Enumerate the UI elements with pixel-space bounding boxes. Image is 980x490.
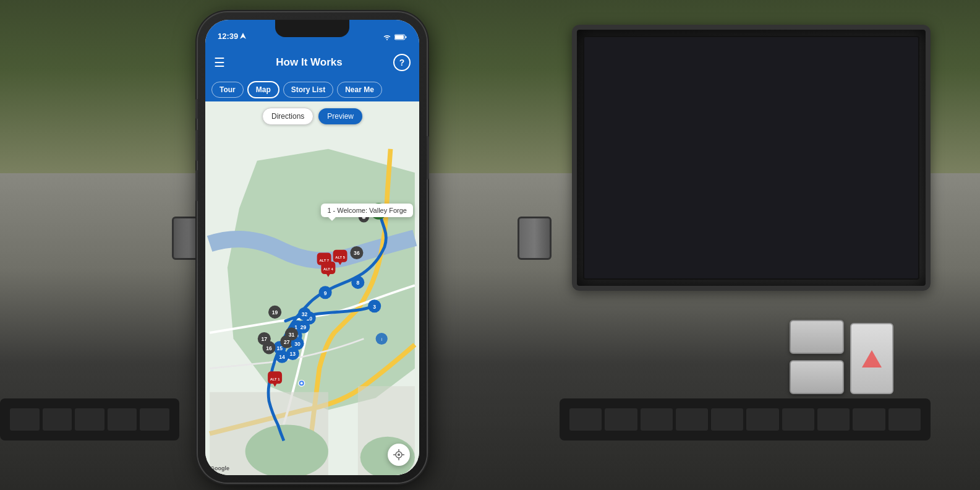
svg-marker-0: [240, 33, 246, 39]
phone-body: 12:39: [198, 12, 427, 483]
tab-tour[interactable]: Tour: [211, 82, 244, 98]
tab-near-me[interactable]: Near Me: [337, 82, 382, 98]
help-button[interactable]: ?: [393, 54, 411, 71]
phone-screen: 12:39: [205, 20, 419, 475]
crosshair-icon: [393, 449, 404, 460]
tab-story-list[interactable]: Story List: [283, 82, 333, 98]
svg-text:ALT 5: ALT 5: [335, 256, 345, 259]
phone-button-power: [427, 136, 429, 179]
map-svg: START 3 8 9 10 11 13 14: [205, 101, 419, 475]
svg-text:27: 27: [284, 339, 290, 345]
svg-text:8: 8: [356, 280, 359, 286]
map-area[interactable]: START 3 8 9 10 11 13 14: [205, 101, 419, 475]
svg-text:16: 16: [266, 345, 272, 351]
svg-point-57: [300, 382, 303, 384]
svg-text:14: 14: [279, 354, 285, 360]
map-callout: 1 - Welcome: Valley Forge: [321, 204, 413, 217]
location-arrow-icon: [240, 33, 246, 39]
svg-text:36: 36: [354, 250, 360, 256]
svg-point-59: [398, 453, 400, 456]
page-title: How It Works: [276, 56, 342, 69]
svg-text:31: 31: [289, 332, 295, 338]
hazard-button[interactable]: [850, 323, 893, 394]
air-vent-right: [560, 398, 931, 441]
hazard-triangle-icon: [862, 350, 882, 368]
tab-bar: Tour Map Story List Near Me: [205, 78, 419, 101]
mount-clip-right: [518, 217, 552, 260]
svg-text:19: 19: [272, 309, 278, 316]
air-vent-left: [0, 398, 179, 441]
google-logo: Google: [210, 465, 229, 471]
hamburger-menu-icon[interactable]: ☰: [214, 55, 225, 70]
center-console: [572, 25, 931, 291]
preview-button[interactable]: Preview: [318, 108, 362, 124]
svg-text:ALT 1: ALT 1: [270, 377, 280, 381]
svg-text:3: 3: [373, 304, 376, 310]
time-display: 12:39: [218, 32, 238, 41]
vent-button-1: [790, 320, 844, 354]
directions-button[interactable]: Directions: [262, 108, 313, 125]
phone-button-volume-up: [195, 130, 198, 161]
svg-rect-3: [395, 35, 404, 39]
phone-notch: [275, 20, 349, 37]
nav-bar: ☰ How It Works ?: [205, 47, 419, 78]
vent-button-2: [790, 360, 844, 394]
wifi-icon: [383, 34, 391, 40]
map-controls: Directions Preview: [205, 108, 419, 125]
gps-location-button[interactable]: [388, 444, 410, 466]
svg-text:30: 30: [294, 341, 300, 347]
status-icons: [383, 32, 407, 40]
svg-text:17: 17: [262, 336, 268, 342]
status-time: 12:39: [218, 32, 246, 41]
phone: 12:39: [198, 12, 427, 483]
car-screen: [583, 36, 919, 280]
phone-button-volume-down: [195, 170, 198, 201]
svg-text:9: 9: [324, 290, 327, 296]
svg-text:ALT 4: ALT 4: [323, 267, 333, 271]
tab-map[interactable]: Map: [247, 81, 279, 98]
svg-text:29: 29: [300, 324, 307, 330]
svg-text:32: 32: [302, 311, 308, 317]
svg-rect-2: [406, 37, 407, 38]
battery-icon: [394, 34, 407, 40]
svg-text:15: 15: [276, 345, 283, 351]
phone-button-mute: [195, 99, 198, 119]
svg-text:13: 13: [290, 351, 296, 357]
